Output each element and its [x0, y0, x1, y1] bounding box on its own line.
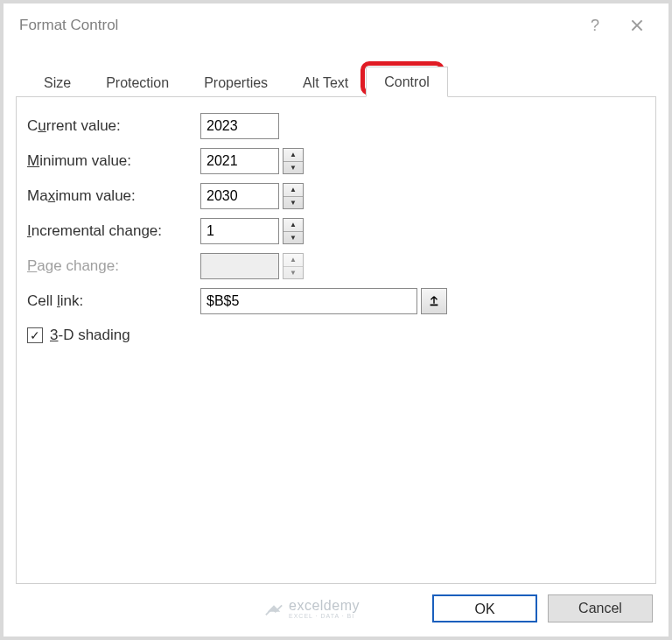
outer-frame: Format Control ? Size Protection Propert…: [0, 0, 672, 640]
tab-control[interactable]: Control: [366, 67, 448, 97]
cell-link-label: Cell link:: [27, 292, 200, 310]
watermark-logo-icon: [264, 599, 284, 618]
maximum-value-input[interactable]: [200, 183, 279, 209]
format-control-dialog: Format Control ? Size Protection Propert…: [4, 4, 668, 636]
spin-up-icon[interactable]: ▲: [284, 219, 303, 232]
current-value-input[interactable]: [200, 113, 279, 139]
dialog-footer: exceldemy EXCEL · DATA · BI OK Cancel: [4, 584, 668, 636]
shading-label: 3-D shading: [50, 327, 130, 344]
window-title: Format Control: [19, 17, 574, 34]
close-button[interactable]: [616, 8, 658, 43]
maximum-value-spinner[interactable]: ▲ ▼: [283, 183, 304, 209]
spin-down-icon[interactable]: ▼: [284, 162, 303, 174]
minimum-value-spinner[interactable]: ▲ ▼: [283, 148, 304, 174]
ok-button[interactable]: OK: [432, 594, 537, 622]
watermark-main: exceldemy: [289, 599, 360, 613]
incremental-change-label: Incremental change:: [27, 222, 200, 240]
spin-down-icon[interactable]: ▼: [284, 197, 303, 209]
incremental-change-row: Incremental change: ▲ ▼: [27, 218, 645, 244]
help-button[interactable]: ?: [574, 8, 616, 43]
cell-reference-button[interactable]: [421, 288, 447, 314]
incremental-change-input[interactable]: [200, 218, 279, 244]
tab-properties[interactable]: Properties: [186, 68, 285, 97]
current-value-label: Current value:: [27, 117, 200, 135]
maximum-value-row: Maximum value: ▲ ▼: [27, 183, 645, 209]
spin-up-icon: ▲: [284, 254, 303, 267]
content-area: Size Protection Properties Alt Text Cont…: [4, 47, 668, 584]
svg-rect-0: [430, 305, 438, 306]
cancel-button[interactable]: Cancel: [548, 594, 653, 622]
collapse-dialog-icon: [428, 295, 440, 307]
minimum-value-input[interactable]: [200, 148, 279, 174]
shading-row: ✓ 3-D shading: [27, 327, 645, 344]
tab-alt-text[interactable]: Alt Text: [285, 68, 366, 97]
page-change-spinner: ▲ ▼: [283, 253, 304, 279]
cell-link-row: Cell link:: [27, 288, 645, 314]
spin-up-icon[interactable]: ▲: [284, 184, 303, 197]
page-change-input: [200, 253, 279, 279]
shading-checkbox[interactable]: ✓: [27, 327, 43, 343]
watermark-sub: EXCEL · DATA · BI: [289, 613, 360, 619]
control-panel: Current value: Minimum value: ▲ ▼ Maximu…: [16, 97, 656, 584]
current-value-row: Current value:: [27, 113, 645, 139]
incremental-change-spinner[interactable]: ▲ ▼: [283, 218, 304, 244]
spin-up-icon[interactable]: ▲: [284, 149, 303, 162]
tab-protection[interactable]: Protection: [88, 68, 186, 97]
tab-size[interactable]: Size: [26, 68, 88, 97]
spin-down-icon[interactable]: ▼: [284, 232, 303, 244]
cell-link-input[interactable]: [200, 288, 417, 314]
maximum-value-label: Maximum value:: [27, 187, 200, 205]
watermark: exceldemy EXCEL · DATA · BI: [264, 599, 360, 619]
minimum-value-row: Minimum value: ▲ ▼: [27, 148, 645, 174]
tab-strip: Size Protection Properties Alt Text Cont…: [16, 67, 656, 97]
page-change-row: Page change: ▲ ▼: [27, 253, 645, 279]
titlebar: Format Control ?: [4, 4, 668, 47]
minimum-value-label: Minimum value:: [27, 152, 200, 170]
spin-down-icon: ▼: [284, 267, 303, 279]
page-change-label: Page change:: [27, 257, 200, 275]
